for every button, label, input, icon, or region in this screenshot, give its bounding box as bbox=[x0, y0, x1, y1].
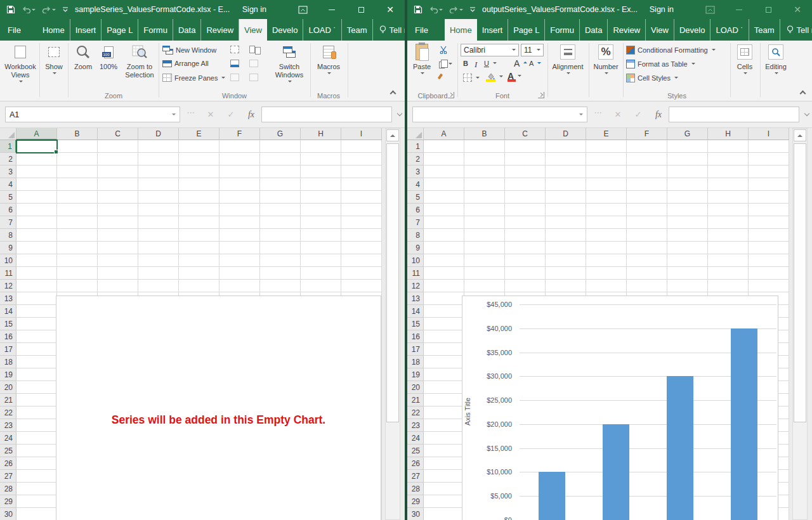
ribbon-tab-team[interactable]: Team bbox=[749, 19, 780, 41]
row-header-16[interactable]: 16 bbox=[0, 330, 16, 343]
row-header-5[interactable]: 5 bbox=[407, 191, 424, 204]
synchronous-scrolling-button[interactable] bbox=[249, 60, 258, 67]
font-color-button[interactable]: A bbox=[508, 71, 521, 81]
ribbon-tab-home[interactable]: Home bbox=[37, 19, 70, 41]
worksheet[interactable]: ABCDEFGHI 123456789101112131415161718192… bbox=[0, 128, 405, 520]
scrollbar-thumb[interactable] bbox=[386, 143, 399, 422]
formula-input[interactable] bbox=[669, 107, 799, 122]
cells-button[interactable]: Cells bbox=[732, 42, 757, 76]
redo-dropdown-caret[interactable] bbox=[459, 9, 463, 13]
vertical-scrollbar[interactable] bbox=[792, 128, 808, 520]
column-header-f[interactable]: F bbox=[627, 128, 667, 140]
customize-qat-button[interactable] bbox=[62, 6, 69, 13]
row-header-23[interactable]: 23 bbox=[407, 419, 424, 432]
row-header-25[interactable]: 25 bbox=[407, 445, 424, 457]
editing-button[interactable]: Editing bbox=[762, 42, 790, 76]
select-all-corner[interactable] bbox=[407, 128, 424, 140]
row-header-16[interactable]: 16 bbox=[407, 330, 424, 343]
redo-dropdown-caret[interactable] bbox=[52, 9, 56, 13]
cancel-button[interactable]: ✕ bbox=[202, 107, 219, 122]
column-header-i[interactable]: I bbox=[749, 128, 789, 140]
column-header-f[interactable]: F bbox=[219, 128, 260, 140]
redo-button[interactable] bbox=[449, 6, 463, 13]
row-header-22[interactable]: 22 bbox=[0, 406, 16, 419]
format-painter-button[interactable] bbox=[439, 74, 442, 79]
row-header-26[interactable]: 26 bbox=[407, 457, 424, 470]
ribbon-tab-formu[interactable]: Formu bbox=[138, 19, 173, 41]
number-button[interactable]: % Number bbox=[591, 42, 621, 76]
row-header-27[interactable]: 27 bbox=[0, 470, 16, 483]
ribbon-tab-develo[interactable]: Develo bbox=[267, 19, 303, 41]
undo-dropdown-caret[interactable] bbox=[32, 9, 36, 13]
column-header-e[interactable]: E bbox=[586, 128, 627, 140]
alignment-button[interactable]: Alignment bbox=[549, 42, 586, 76]
row-header-8[interactable]: 8 bbox=[407, 229, 424, 242]
row-header-10[interactable]: 10 bbox=[407, 254, 424, 267]
row-header-25[interactable]: 25 bbox=[0, 445, 16, 457]
column-header-b[interactable]: B bbox=[57, 128, 98, 140]
row-header-24[interactable]: 24 bbox=[0, 432, 16, 445]
row-header-19[interactable]: 19 bbox=[407, 368, 424, 381]
name-box-splitter[interactable]: ⋮ bbox=[189, 109, 193, 117]
sign-in-link[interactable]: Sign in bbox=[650, 5, 674, 14]
undo-button[interactable] bbox=[22, 6, 36, 13]
row-header-20[interactable]: 20 bbox=[0, 381, 16, 394]
ribbon-tab-team[interactable]: Team bbox=[342, 19, 373, 41]
row-header-21[interactable]: 21 bbox=[407, 394, 424, 406]
decrease-font-size-button[interactable]: A bbox=[529, 60, 541, 67]
underline-button[interactable]: U bbox=[484, 60, 497, 67]
row-header-28[interactable]: 28 bbox=[0, 483, 16, 495]
column-header-g[interactable]: G bbox=[667, 128, 708, 140]
font-name-combo[interactable]: Calibri bbox=[461, 44, 519, 56]
row-header-26[interactable]: 26 bbox=[0, 457, 16, 470]
row-header-6[interactable]: 6 bbox=[0, 204, 16, 216]
row-header-7[interactable]: 7 bbox=[0, 216, 16, 229]
empty-chart[interactable]: Series will be added in this Empty Chart… bbox=[56, 296, 381, 520]
row-header-10[interactable]: 10 bbox=[0, 254, 16, 267]
expand-formula-bar-button[interactable] bbox=[397, 111, 402, 116]
ribbon-tab-view[interactable]: View bbox=[646, 19, 674, 41]
row-header-19[interactable]: 19 bbox=[0, 368, 16, 381]
copy-button[interactable] bbox=[439, 59, 452, 68]
freeze-panes-button[interactable]: Freeze Panes bbox=[162, 74, 225, 82]
row-header-15[interactable]: 15 bbox=[407, 318, 424, 330]
select-all-corner[interactable] bbox=[0, 128, 16, 140]
name-box-splitter[interactable]: ⋮ bbox=[596, 109, 600, 117]
formula-input[interactable] bbox=[261, 107, 392, 122]
name-box[interactable] bbox=[412, 107, 587, 122]
row-header-11[interactable]: 11 bbox=[407, 267, 424, 280]
row-header-2[interactable]: 2 bbox=[0, 153, 16, 166]
row-header-29[interactable]: 29 bbox=[407, 495, 424, 508]
axis-title[interactable]: Axis Title bbox=[464, 367, 471, 456]
ribbon-tab-page-l[interactable]: Page L bbox=[102, 19, 138, 41]
row-header-14[interactable]: 14 bbox=[0, 305, 16, 318]
chart-bar[interactable] bbox=[667, 376, 693, 520]
cancel-button[interactable]: ✕ bbox=[609, 107, 627, 122]
insert-function-button[interactable]: fx bbox=[242, 107, 260, 122]
row-header-17[interactable]: 17 bbox=[0, 343, 16, 356]
row-header-13[interactable]: 13 bbox=[0, 292, 16, 305]
active-cell[interactable] bbox=[16, 140, 58, 153]
row-header-12[interactable]: 12 bbox=[407, 280, 424, 292]
sign-in-link[interactable]: Sign in bbox=[242, 5, 266, 14]
font-dialog-launcher[interactable] bbox=[538, 92, 544, 98]
enter-button[interactable]: ✓ bbox=[222, 107, 240, 122]
row-header-11[interactable]: 11 bbox=[0, 267, 16, 280]
row-header-13[interactable]: 13 bbox=[407, 292, 424, 305]
italic-button[interactable]: I bbox=[475, 60, 477, 70]
save-button[interactable] bbox=[414, 5, 422, 14]
undo-button[interactable] bbox=[429, 6, 443, 13]
column-header-i[interactable]: I bbox=[341, 128, 382, 140]
ribbon-tab-formu[interactable]: Formu bbox=[545, 19, 580, 41]
ribbon-tab-review[interactable]: Review bbox=[608, 19, 646, 41]
cell-styles-button[interactable]: Cell Styles bbox=[626, 74, 678, 82]
close-button[interactable]: ✕ bbox=[376, 0, 405, 19]
maximize-button[interactable] bbox=[754, 0, 783, 19]
row-header-9[interactable]: 9 bbox=[407, 242, 424, 254]
row-header-8[interactable]: 8 bbox=[0, 229, 16, 242]
workbook-views-button[interactable]: Workbook Views bbox=[3, 42, 38, 84]
minimize-button[interactable] bbox=[724, 0, 754, 19]
row-header-7[interactable]: 7 bbox=[407, 216, 424, 229]
ribbon-tab-page-l[interactable]: Page L bbox=[508, 19, 545, 41]
split-button[interactable] bbox=[230, 46, 239, 53]
